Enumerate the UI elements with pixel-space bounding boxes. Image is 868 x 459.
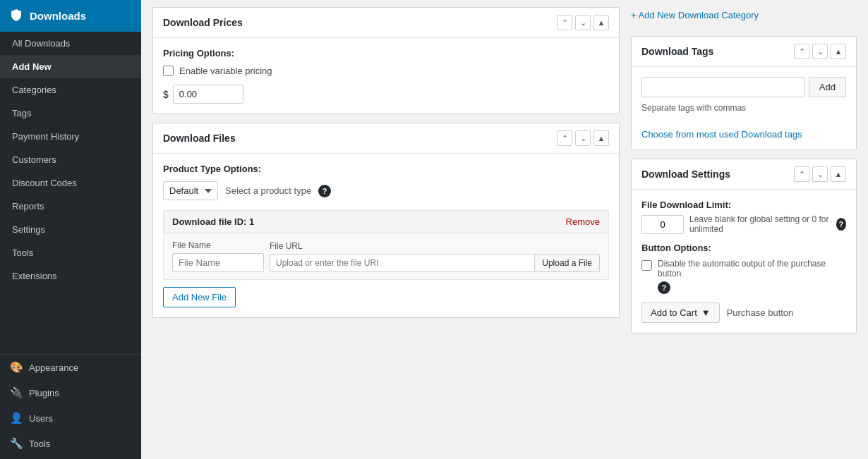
file-name-group: File Name [172,240,264,272]
sidebar-appearance-label: Appearance [29,362,78,373]
settings-collapse-up-button[interactable]: ⌃ [794,166,809,182]
file-download-limit-label: File Download Limit: [641,200,846,210]
file-limit-input[interactable] [641,215,684,234]
main-content: Download Prices ⌃ ⌄ ▲ Pricing Options: E… [141,0,868,459]
sidebar-item-reports[interactable]: Reports [0,195,141,218]
right-column: + Add New Download Category Download Tag… [631,7,857,452]
variable-pricing-label: Enable variable pricing [179,66,272,76]
sidebar-item-customers[interactable]: Customers [0,148,141,171]
sidebar-item-appearance[interactable]: 🎨 Appearance [0,355,141,380]
sidebar-item-tags[interactable]: Tags [0,102,141,125]
download-files-body: Product Type Options: Default Bundle Ser… [153,154,619,317]
upload-file-button[interactable]: Upload a File [535,254,600,272]
download-settings-title: Download Settings [641,169,730,180]
sidebar-item-discount-codes[interactable]: Discount Codes [0,171,141,195]
sidebar-plugins-label: Plugins [29,388,59,398]
disable-purchase-row: Disable the automatic output of the purc… [641,259,846,294]
file-url-label: File URL [270,241,600,251]
plug-icon: 🔌 [10,386,23,399]
sidebar-item-settings[interactable]: Settings [0,218,141,241]
download-files-title: Download Files [163,133,236,144]
sidebar-users-label: Users [29,413,53,424]
tag-add-button[interactable]: Add [809,77,846,97]
sidebar-header: Downloads [0,0,141,32]
center-column: Download Prices ⌃ ⌄ ▲ Pricing Options: E… [152,7,620,452]
collapse-up-button[interactable]: ⌃ [557,15,572,30]
shield-icon [10,8,23,23]
add-category-link[interactable]: + Add New Download Category [631,7,857,27]
variable-pricing-row: Enable variable pricing [163,66,609,76]
sidebar-item-users[interactable]: 👤 Users [0,405,141,431]
download-prices-header: Download Prices ⌃ ⌄ ▲ [153,8,619,38]
tags-separator: Separate tags with commas [641,103,846,113]
sidebar-item-extensions[interactable]: Extensions [0,264,141,288]
move-up-button[interactable]: ▲ [593,15,609,30]
panel-controls-tags: ⌃ ⌄ ▲ [794,44,846,59]
file-url-input[interactable] [270,254,535,272]
sidebar-tools-label: Tools [29,439,50,449]
download-files-header: Download Files ⌃ ⌄ ▲ [153,123,619,154]
add-to-cart-row: Add to Cart ▼ Purchase button [641,302,846,323]
files-collapse-up-button[interactable]: ⌃ [557,130,572,146]
download-prices-panel: Download Prices ⌃ ⌄ ▲ Pricing Options: E… [152,7,620,114]
sidebar-item-tools-bottom[interactable]: 🔧 Tools [0,431,141,456]
file-name-input[interactable] [172,253,264,272]
sidebar-item-add-new[interactable]: Add New [0,55,141,78]
tag-input[interactable] [641,77,804,97]
file-limit-row: Leave blank for global setting or 0 for … [641,214,846,234]
button-options-label: Button Options: [641,243,846,253]
files-collapse-down-button[interactable]: ⌄ [575,130,591,146]
tags-move-up-button[interactable]: ▲ [831,44,846,59]
download-files-panel: Download Files ⌃ ⌄ ▲ Product Type Option… [152,123,620,318]
wrench-icon: 🔧 [10,437,23,450]
sidebar: Downloads All Downloads Add New Categori… [0,0,141,459]
price-symbol: $ [163,89,169,100]
disable-help-icon[interactable]: ? [658,281,670,294]
sidebar-menu: All Downloads Add New Categories Tags Pa… [0,32,141,351]
product-type-help-icon[interactable]: ? [318,185,331,197]
tags-collapse-up-button[interactable]: ⌃ [794,44,809,59]
sidebar-title: Downloads [30,10,86,22]
select-product-label: Select a product type [225,185,311,196]
add-new-file-button[interactable]: Add New File [163,287,236,307]
disable-purchase-checkbox[interactable] [641,260,652,271]
download-tags-header: Download Tags ⌃ ⌄ ▲ [632,37,856,67]
settings-move-up-button[interactable]: ▲ [831,166,846,182]
sidebar-item-plugins[interactable]: 🔌 Plugins [0,380,141,405]
product-type-row: Default Bundle Service Select a product … [163,181,609,200]
users-icon: 👤 [10,412,23,424]
download-tags-title: Download Tags [641,46,713,57]
sidebar-item-tools[interactable]: Tools [0,241,141,264]
chevron-down-icon: ▼ [701,307,711,318]
purchase-button-label: Purchase button [727,307,794,318]
download-settings-panel: Download Settings ⌃ ⌄ ▲ File Download Li… [631,159,857,333]
file-card-body: File Name File URL Upload a File [164,233,608,279]
file-url-group: File URL Upload a File [270,241,600,272]
tags-choose-link[interactable]: Choose from most used Download tags [641,129,846,140]
settings-collapse-down-button[interactable]: ⌄ [812,166,828,182]
file-url-row: Upload a File [270,254,600,272]
sidebar-item-payment-history[interactable]: Payment History [0,125,141,148]
limit-help-icon[interactable]: ? [836,218,846,231]
file-fields: File Name File URL Upload a File [172,240,600,272]
sidebar-item-categories[interactable]: Categories [0,78,141,102]
variable-pricing-checkbox[interactable] [163,66,174,76]
file-remove-button[interactable]: Remove [566,216,600,227]
file-card-id: Download file ID: 1 [172,216,254,227]
panel-controls-files: ⌃ ⌄ ▲ [557,130,609,146]
panel-controls-settings: ⌃ ⌄ ▲ [794,166,846,182]
files-move-up-button[interactable]: ▲ [593,130,609,146]
add-to-cart-button[interactable]: Add to Cart ▼ [641,302,720,323]
brush-icon: 🎨 [10,361,23,374]
download-tags-panel: Download Tags ⌃ ⌄ ▲ Add Separate tags wi… [631,36,857,150]
pricing-options-label: Pricing Options: [163,48,609,59]
tags-collapse-down-button[interactable]: ⌄ [812,44,828,59]
product-type-select[interactable]: Default Bundle Service [163,181,218,200]
price-input[interactable] [173,85,243,104]
price-input-row: $ [163,85,609,104]
product-type-label: Product Type Options: [163,164,609,174]
disable-purchase-label: Disable the automatic output of the purc… [658,259,846,294]
collapse-down-button[interactable]: ⌄ [575,15,591,30]
file-name-label: File Name [172,240,264,250]
sidebar-item-all-downloads[interactable]: All Downloads [0,32,141,55]
